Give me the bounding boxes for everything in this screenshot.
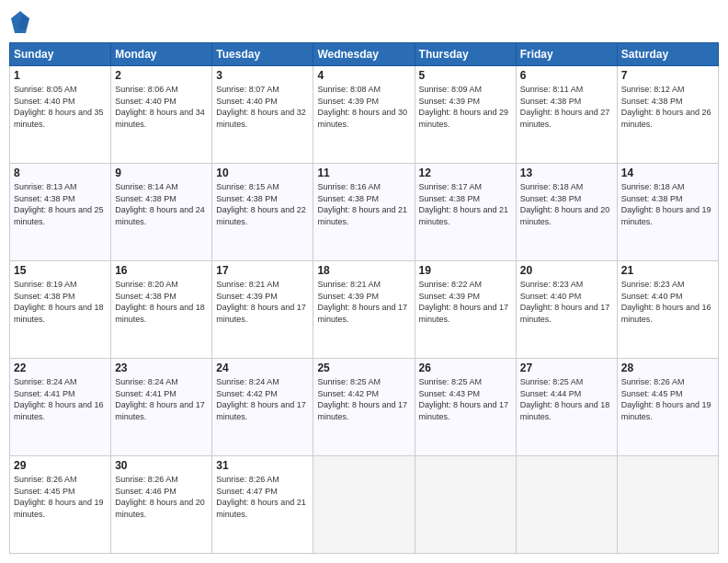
days-of-week-row: SundayMondayTuesdayWednesdayThursdayFrid… [10,43,719,66]
day-number: 9 [115,167,208,179]
day-info: Sunrise: 8:06 AMSunset: 4:40 PMDaylight:… [115,84,208,130]
calendar-cell: 24Sunrise: 8:24 AMSunset: 4:42 PMDayligh… [212,359,313,456]
day-info: Sunrise: 8:15 AMSunset: 4:38 PMDaylight:… [216,181,309,227]
day-info: Sunrise: 8:26 AMSunset: 4:46 PMDaylight:… [115,474,208,520]
day-info: Sunrise: 8:14 AMSunset: 4:38 PMDaylight:… [115,181,208,227]
day-info: Sunrise: 8:24 AMSunset: 4:42 PMDaylight:… [216,376,309,422]
logo [9,9,35,35]
day-info: Sunrise: 8:24 AMSunset: 4:41 PMDaylight:… [14,376,107,422]
calendar-body: 1Sunrise: 8:05 AMSunset: 4:40 PMDaylight… [10,66,719,554]
week-row-5: 29Sunrise: 8:26 AMSunset: 4:45 PMDayligh… [10,456,719,554]
calendar-page: SundayMondayTuesdayWednesdayThursdayFrid… [0,0,728,563]
day-info: Sunrise: 8:09 AMSunset: 4:39 PMDaylight:… [419,84,512,130]
day-info: Sunrise: 8:22 AMSunset: 4:39 PMDaylight:… [419,279,512,325]
calendar-cell: 4Sunrise: 8:08 AMSunset: 4:39 PMDaylight… [313,66,415,164]
calendar-cell: 22Sunrise: 8:24 AMSunset: 4:41 PMDayligh… [10,359,111,456]
day-info: Sunrise: 8:24 AMSunset: 4:41 PMDaylight:… [115,376,208,422]
day-number: 8 [14,167,107,179]
day-info: Sunrise: 8:18 AMSunset: 4:38 PMDaylight:… [621,181,714,227]
day-info: Sunrise: 8:23 AMSunset: 4:40 PMDaylight:… [621,279,714,325]
day-number: 10 [216,167,309,179]
day-number: 13 [520,167,613,179]
day-number: 25 [317,362,410,374]
week-row-4: 22Sunrise: 8:24 AMSunset: 4:41 PMDayligh… [10,359,719,456]
day-number: 27 [520,362,613,374]
calendar-table: SundayMondayTuesdayWednesdayThursdayFrid… [9,42,719,554]
calendar-cell: 7Sunrise: 8:12 AMSunset: 4:38 PMDaylight… [617,66,718,164]
day-number: 11 [317,167,410,179]
day-number: 26 [419,362,512,374]
calendar-cell: 14Sunrise: 8:18 AMSunset: 4:38 PMDayligh… [617,164,718,261]
day-info: Sunrise: 8:25 AMSunset: 4:43 PMDaylight:… [419,376,512,422]
day-header-thursday: Thursday [415,43,516,66]
calendar-cell: 15Sunrise: 8:19 AMSunset: 4:38 PMDayligh… [10,261,111,359]
day-info: Sunrise: 8:13 AMSunset: 4:38 PMDaylight:… [14,181,107,227]
week-row-2: 8Sunrise: 8:13 AMSunset: 4:38 PMDaylight… [10,164,719,261]
day-number: 23 [115,362,208,374]
calendar-cell: 31Sunrise: 8:26 AMSunset: 4:47 PMDayligh… [212,456,313,554]
day-info: Sunrise: 8:19 AMSunset: 4:38 PMDaylight:… [14,279,107,325]
day-header-monday: Monday [111,43,212,66]
day-number: 7 [621,69,714,82]
day-info: Sunrise: 8:25 AMSunset: 4:42 PMDaylight:… [317,376,410,422]
day-info: Sunrise: 8:08 AMSunset: 4:39 PMDaylight:… [317,84,410,130]
day-number: 24 [216,362,309,374]
calendar-cell: 30Sunrise: 8:26 AMSunset: 4:46 PMDayligh… [111,456,212,554]
day-number: 28 [621,362,714,374]
day-header-friday: Friday [516,43,617,66]
calendar-cell [617,456,718,554]
calendar-cell: 27Sunrise: 8:25 AMSunset: 4:44 PMDayligh… [516,359,617,456]
calendar-cell: 19Sunrise: 8:22 AMSunset: 4:39 PMDayligh… [415,261,516,359]
calendar-cell: 17Sunrise: 8:21 AMSunset: 4:39 PMDayligh… [212,261,313,359]
calendar-cell: 20Sunrise: 8:23 AMSunset: 4:40 PMDayligh… [516,261,617,359]
calendar-cell: 25Sunrise: 8:25 AMSunset: 4:42 PMDayligh… [313,359,415,456]
calendar-cell: 13Sunrise: 8:18 AMSunset: 4:38 PMDayligh… [516,164,617,261]
day-number: 20 [520,264,613,277]
day-info: Sunrise: 8:25 AMSunset: 4:44 PMDaylight:… [520,376,613,422]
day-number: 1 [14,69,107,82]
calendar-cell: 10Sunrise: 8:15 AMSunset: 4:38 PMDayligh… [212,164,313,261]
day-info: Sunrise: 8:07 AMSunset: 4:40 PMDaylight:… [216,84,309,130]
week-row-1: 1Sunrise: 8:05 AMSunset: 4:40 PMDaylight… [10,66,719,164]
calendar-cell: 8Sunrise: 8:13 AMSunset: 4:38 PMDaylight… [10,164,111,261]
calendar-cell: 12Sunrise: 8:17 AMSunset: 4:38 PMDayligh… [415,164,516,261]
day-number: 16 [115,264,208,277]
day-header-tuesday: Tuesday [212,43,313,66]
day-number: 19 [419,264,512,277]
day-number: 31 [216,459,309,472]
day-info: Sunrise: 8:17 AMSunset: 4:38 PMDaylight:… [419,181,512,227]
calendar-cell: 6Sunrise: 8:11 AMSunset: 4:38 PMDaylight… [516,66,617,164]
calendar-cell [516,456,617,554]
day-number: 18 [317,264,410,277]
calendar-cell [415,456,516,554]
calendar-cell: 1Sunrise: 8:05 AMSunset: 4:40 PMDaylight… [10,66,111,164]
day-number: 5 [419,69,512,82]
day-info: Sunrise: 8:21 AMSunset: 4:39 PMDaylight:… [317,279,410,325]
day-number: 6 [520,69,613,82]
day-info: Sunrise: 8:11 AMSunset: 4:38 PMDaylight:… [520,84,613,130]
day-number: 21 [621,264,714,277]
calendar-cell: 11Sunrise: 8:16 AMSunset: 4:38 PMDayligh… [313,164,415,261]
week-row-3: 15Sunrise: 8:19 AMSunset: 4:38 PMDayligh… [10,261,719,359]
calendar-cell: 23Sunrise: 8:24 AMSunset: 4:41 PMDayligh… [111,359,212,456]
day-number: 15 [14,264,107,277]
day-number: 29 [14,459,107,472]
day-number: 12 [419,167,512,179]
day-info: Sunrise: 8:20 AMSunset: 4:38 PMDaylight:… [115,279,208,325]
calendar-cell: 2Sunrise: 8:06 AMSunset: 4:40 PMDaylight… [111,66,212,164]
day-header-wednesday: Wednesday [313,43,415,66]
day-number: 2 [115,69,208,82]
day-info: Sunrise: 8:16 AMSunset: 4:38 PMDaylight:… [317,181,410,227]
day-info: Sunrise: 8:23 AMSunset: 4:40 PMDaylight:… [520,279,613,325]
day-header-saturday: Saturday [617,43,718,66]
calendar-cell: 5Sunrise: 8:09 AMSunset: 4:39 PMDaylight… [415,66,516,164]
logo-icon [9,9,31,35]
day-info: Sunrise: 8:21 AMSunset: 4:39 PMDaylight:… [216,279,309,325]
day-info: Sunrise: 8:26 AMSunset: 4:47 PMDaylight:… [216,474,309,520]
calendar-cell: 26Sunrise: 8:25 AMSunset: 4:43 PMDayligh… [415,359,516,456]
day-number: 17 [216,264,309,277]
day-number: 4 [317,69,410,82]
header [9,9,719,35]
calendar-cell: 21Sunrise: 8:23 AMSunset: 4:40 PMDayligh… [617,261,718,359]
day-number: 3 [216,69,309,82]
